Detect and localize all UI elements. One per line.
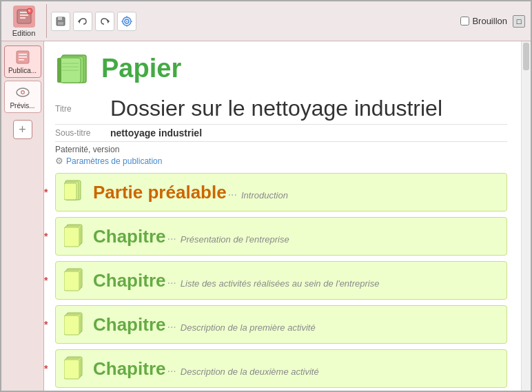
doc-item-content-1: Chapitre ··· Présentation de l'entrepris… [93, 226, 289, 247]
svg-rect-16 [19, 56, 27, 58]
add-marker-3[interactable]: * [44, 319, 48, 330]
sidebar-item-publication[interactable]: Publica... [4, 45, 41, 78]
svg-point-9 [126, 21, 127, 22]
brouillon-label: Brouillon [472, 16, 507, 26]
doc-item-0[interactable]: Partie préalable ··· Introduction [55, 173, 507, 212]
main-content: Papier Titre Dossier sur le nettoyage in… [44, 41, 521, 391]
svg-rect-15 [19, 54, 27, 55]
section-3-title: Chapitre [93, 314, 165, 336]
sidebar-publication-label: Publica... [8, 67, 37, 74]
section-3: * Chapitre ··· Description de la premièr… [55, 305, 507, 344]
gear-icon: ⚙ [55, 156, 63, 166]
section-3-subtitle: Description de la première activité [181, 322, 316, 333]
doc-item-1[interactable]: Chapitre ··· Présentation de l'entrepris… [55, 217, 507, 256]
maximize-button[interactable]: □ [513, 15, 525, 28]
edition-icon[interactable] [13, 6, 35, 28]
add-marker-2[interactable]: * [44, 275, 48, 286]
section-4-sep: ··· [167, 365, 176, 378]
add-marker-1[interactable]: * [44, 231, 48, 242]
paper-header: Papier [55, 50, 507, 87]
main-window: Edition [0, 0, 532, 392]
section-2-title: Chapitre [93, 270, 165, 291]
doc-item-3[interactable]: Chapitre ··· Description de la première … [55, 305, 507, 344]
section-0-sep: ··· [228, 189, 237, 201]
section-1: * Chapitre ··· Présentation de l'entrepr… [55, 217, 507, 256]
svg-rect-42 [64, 360, 79, 379]
sidebar-add-button[interactable]: + [13, 120, 32, 139]
svg-rect-33 [64, 227, 79, 247]
doc-item-content-3: Chapitre ··· Description de la première … [93, 314, 316, 336]
section-1-subtitle: Présentation de l'entreprise [181, 234, 289, 245]
section-0: * Partie préalable ··· Introduction [55, 173, 507, 212]
target-button[interactable] [117, 12, 136, 31]
sous-titre-value[interactable]: nettoyage industriel [110, 127, 202, 138]
section-2-sep: ··· [167, 277, 176, 289]
pub-settings-row[interactable]: ⚙ Paramètres de publication [55, 156, 507, 166]
doc-item-2[interactable]: Chapitre ··· Liste des activités réalisé… [55, 261, 507, 300]
svg-point-20 [21, 92, 23, 94]
section-1-sep: ··· [167, 233, 176, 245]
titre-label: Titre [55, 104, 110, 114]
svg-rect-27 [57, 58, 61, 83]
section-2: * Chapitre ··· Liste des activités réali… [55, 261, 507, 300]
add-marker-0[interactable]: * [44, 187, 48, 198]
section-4-subtitle: Description de la deuxième activité [181, 367, 319, 377]
svg-marker-6 [108, 19, 110, 23]
section-2-subtitle: Liste des activités réalisées au sein de… [181, 278, 380, 289]
svg-rect-39 [64, 316, 79, 335]
sidebar-item-preview[interactable]: Prévis... [4, 81, 41, 113]
save-button[interactable] [51, 12, 70, 31]
doc-item-content-0: Partie préalable ··· Introduction [93, 182, 288, 203]
brouillon-check[interactable] [460, 17, 469, 25]
svg-rect-36 [64, 271, 79, 291]
content-area: Publica... Prévis... + [1, 41, 531, 391]
doc-item-content-4: Chapitre ··· Description de la deuxième … [93, 358, 319, 380]
toolbar-right: Brouillon □ [460, 15, 525, 28]
toolbar: Edition [1, 1, 531, 41]
brouillon-checkbox[interactable]: Brouillon [460, 16, 507, 26]
section-4-title: Chapitre [93, 358, 165, 380]
section-4: * Chapitre ··· Description de la deuxièm… [55, 349, 507, 388]
svg-rect-3 [58, 17, 62, 20]
sous-titre-field-row: Sous-titre nettoyage industriel [55, 127, 507, 142]
section-0-title: Partie préalable [93, 182, 227, 203]
pub-settings-label: Paramètres de publication [66, 156, 162, 166]
document-type-title: Papier [101, 54, 181, 83]
scrollbar[interactable] [521, 41, 531, 391]
undo-button[interactable] [73, 12, 92, 31]
section-3-sep: ··· [167, 321, 176, 333]
sidebar-preview-label: Prévis... [10, 102, 34, 110]
titre-value[interactable]: Dossier sur le nettoyage industriel [110, 96, 442, 121]
toolbar-edition-section: Edition [7, 4, 47, 38]
doc-item-4[interactable]: Chapitre ··· Description de la deuxième … [55, 349, 507, 388]
doc-item-content-2: Chapitre ··· Liste des activités réalisé… [93, 270, 379, 291]
redo-button[interactable] [95, 12, 114, 31]
svg-marker-5 [78, 19, 80, 23]
section-1-title: Chapitre [93, 226, 165, 247]
svg-rect-4 [58, 22, 63, 25]
sidebar: Publica... Prévis... + [1, 41, 44, 391]
svg-rect-30 [64, 183, 76, 200]
add-marker-4[interactable]: * [44, 363, 48, 374]
section-0-subtitle: Introduction [241, 190, 288, 200]
meta-row: Paternité, version [55, 145, 507, 154]
svg-rect-17 [19, 59, 24, 61]
toolbar-icon-group [51, 12, 456, 31]
titre-field-row: Titre Dossier sur le nettoyage industrie… [55, 96, 507, 125]
edition-label: Edition [12, 29, 36, 37]
paternite-label: Paternité, version [55, 145, 119, 154]
sous-titre-label: Sous-titre [55, 128, 110, 138]
